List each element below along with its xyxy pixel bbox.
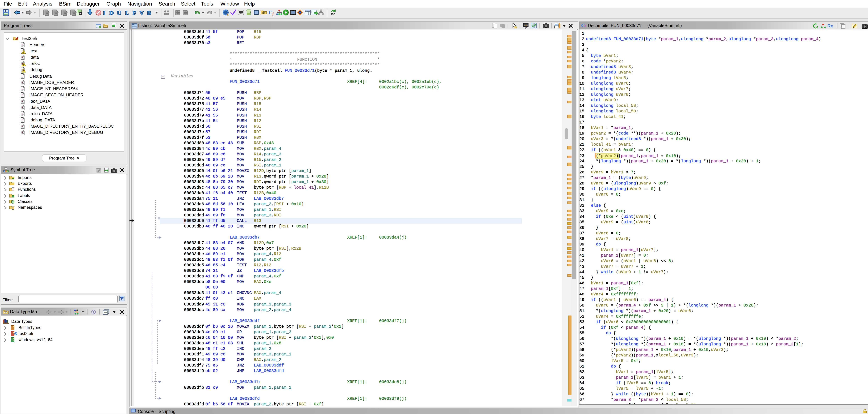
svg-text:DT: DT: [262, 12, 265, 14]
svg-text:101: 101: [239, 12, 243, 15]
svg-text:f: f: [272, 12, 274, 15]
svg-text:{}: {}: [11, 206, 14, 210]
svg-text:C: C: [269, 9, 272, 15]
svg-text:C: C: [12, 200, 14, 203]
